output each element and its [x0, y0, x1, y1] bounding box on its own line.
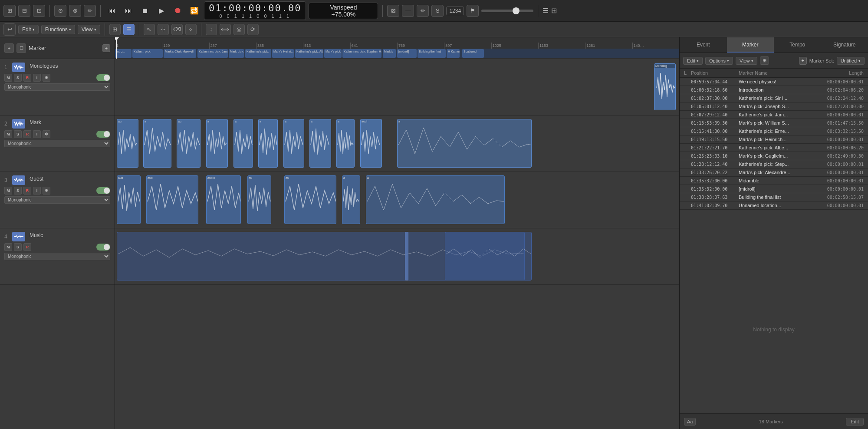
track-4-record-btn[interactable]: R [23, 243, 31, 251]
undo-icon[interactable]: ↩ [3, 23, 16, 36]
flag-icon[interactable]: ⚑ [467, 5, 479, 17]
pointer-tool[interactable]: ↖ [144, 24, 155, 35]
smart-controls-icon[interactable]: ⊛ [69, 5, 81, 17]
mark-clip-9[interactable]: a [336, 119, 355, 168]
guest-clip-3[interactable]: audio [206, 175, 241, 224]
monologue-clip[interactable]: Monolog [654, 63, 676, 110]
tab-signature[interactable]: Signature [821, 37, 868, 53]
marker-options-btn[interactable]: Options ▾ [705, 57, 733, 65]
snap-btn[interactable]: ↕ [206, 24, 217, 35]
connect-tool[interactable]: ⟡ [185, 24, 197, 35]
add-marker-btn[interactable]: + [102, 44, 110, 52]
score-icon[interactable]: S [431, 5, 444, 17]
track-3-toggle[interactable] [96, 187, 110, 194]
track-1-input-btn[interactable]: I [33, 74, 41, 82]
list-tool-btn[interactable]: ☰ [123, 24, 135, 35]
mark-clip-2[interactable]: a [143, 119, 171, 168]
guest-clip-1[interactable]: aud [117, 175, 141, 224]
marker-row-14[interactable]: 01:38:28:07.63 Building the final list 0… [680, 193, 868, 201]
marker-row-10[interactable]: 01:28:12:12.40 Katherine's pick: Step...… [680, 160, 868, 168]
functions-menu[interactable]: Functions ▾ [41, 25, 75, 34]
grid-view-icon[interactable]: ⊞ [551, 7, 557, 15]
marker-row-15[interactable]: 01:41:02:09.70 Unnamed location... 00:00… [680, 201, 868, 210]
stop-button[interactable]: ⏹ [138, 5, 152, 17]
track-2-solo-btn[interactable]: S [14, 130, 22, 138]
guest-clip-4[interactable]: au [247, 175, 271, 224]
tab-tempo[interactable]: Tempo [774, 37, 821, 53]
marker-row-5[interactable]: 01:13:53:09.30 Mark's pick: William S...… [680, 119, 868, 127]
track-3-input-btn[interactable]: I [33, 187, 41, 195]
track-2-mute-btn[interactable]: M [4, 130, 12, 138]
footer-edit-btn[interactable]: Edit [846, 418, 864, 426]
edit-menu[interactable]: Edit ▾ [18, 25, 39, 34]
play-button[interactable]: ▶ [155, 5, 168, 17]
track-2-type-select[interactable]: Monophonic [4, 140, 110, 147]
track-3-solo-btn[interactable]: S [14, 187, 22, 195]
grid-tool-btn[interactable]: ⊞ [109, 24, 121, 35]
loop-tool[interactable]: ⟳ [247, 24, 259, 35]
marker-row-3[interactable]: 01:05:01:12.40 Mark's pick: Joseph S... … [680, 102, 868, 111]
guest-clip-6[interactable]: a [342, 175, 360, 224]
mark-clip-4[interactable]: a [206, 119, 228, 168]
track-3-mute-btn[interactable]: M [4, 187, 12, 195]
rewind-button[interactable]: ⏮ [105, 5, 119, 17]
music-clip-2[interactable] [445, 232, 532, 280]
track-1-solo-btn[interactable]: S [14, 74, 22, 82]
track-4-type-select[interactable]: Monophonic [4, 253, 110, 260]
guest-clip-5[interactable]: au [284, 175, 336, 224]
marquee-tool[interactable]: ⊹ [158, 24, 169, 35]
marker-row-7[interactable]: 01:19:13:15.50 Mark's pick: Heinrich... … [680, 135, 868, 144]
track-3-record-btn[interactable]: R [23, 187, 31, 195]
crossfade-btn[interactable]: ⟺ [220, 24, 231, 35]
metronome-icon[interactable]: ⊙ [54, 5, 66, 17]
marker-row-12[interactable]: 01:35:32:00.00 Midamble 00:00:00:00.01 [680, 177, 868, 185]
marker-row-1[interactable]: 01:00:32:18.60 Introduction 00:02:04:06.… [680, 86, 868, 94]
media-browser-icon[interactable]: ⊟ [18, 5, 30, 17]
track-4-toggle[interactable] [96, 244, 110, 251]
font-btn[interactable]: Aa [684, 418, 696, 426]
track-2-record-btn[interactable]: R [23, 130, 31, 138]
eraser-tool[interactable]: ⌫ [171, 24, 183, 35]
marker-view-btn[interactable]: View ▾ [736, 57, 757, 65]
list-view-icon[interactable]: ☰ [542, 7, 549, 15]
settings-btn[interactable]: ⊟ [16, 43, 26, 53]
marker-edit-btn[interactable]: Edit ▾ [683, 57, 703, 65]
mark-clip-7[interactable]: a [283, 119, 304, 168]
loop-button[interactable]: 🔁 [187, 5, 201, 17]
minus-icon[interactable]: — [402, 5, 414, 17]
track-4-solo-btn[interactable]: S [14, 243, 22, 251]
track-1-record-btn[interactable]: R [23, 74, 31, 82]
track-4-mute-btn[interactable]: M [4, 243, 12, 251]
mark-clip-11[interactable]: a [397, 119, 532, 168]
tuner-icon[interactable]: ⊠ [387, 5, 399, 17]
tab-event[interactable]: Event [680, 37, 727, 53]
view-menu[interactable]: View ▾ [78, 25, 100, 34]
zoom-slider[interactable] [481, 10, 533, 12]
marker-set-select[interactable]: Untitled ▾ [837, 57, 865, 65]
inspector-icon[interactable]: ⊡ [33, 5, 45, 17]
marker-row-13[interactable]: 01:35:32:00.00 [midroll] 00:00:00:00.01 [680, 185, 868, 193]
track-1-freeze-btn[interactable]: ❄ [43, 74, 50, 82]
marker-row-8[interactable]: 01:21:22:21.70 Katherine's pick: Albe...… [680, 144, 868, 152]
marker-grid-btn[interactable]: ⊞ [760, 56, 769, 65]
lcd-icon[interactable]: ⊞ [3, 5, 16, 17]
marker-row-2[interactable]: 01:02:37:00.00 Katherine's pick: Sir I..… [680, 94, 868, 102]
guest-clip-7[interactable]: a [366, 175, 505, 224]
mark-clip-6[interactable]: a [258, 119, 278, 168]
add-marker-list-btn[interactable]: + [799, 57, 807, 65]
marker-row-6[interactable]: 01:15:41:00.00 Katherine's pick: Erne...… [680, 127, 868, 135]
mark-clip-8[interactable]: a [309, 119, 331, 168]
marker-row-4[interactable]: 01:07:29:12.40 Katherine's pick: Jam... … [680, 111, 868, 119]
mark-clip-3[interactable]: au [177, 119, 201, 168]
add-track-btn[interactable]: + [4, 43, 14, 53]
tab-marker[interactable]: Marker [727, 37, 774, 53]
pencil2-icon[interactable]: ✏ [417, 5, 429, 17]
track-1-toggle[interactable] [96, 74, 110, 81]
fast-forward-button[interactable]: ⏭ [122, 5, 135, 17]
mark-clip-5[interactable]: a [233, 119, 253, 168]
track-2-toggle[interactable] [96, 131, 110, 138]
marker-row-11[interactable]: 01:33:26:20.22 Mark's pick: Alexandre...… [680, 168, 868, 177]
track-2-input-btn[interactable]: I [33, 130, 41, 138]
track-1-mute-btn[interactable]: M [4, 74, 12, 82]
guest-clip-2[interactable]: aud [146, 175, 198, 224]
